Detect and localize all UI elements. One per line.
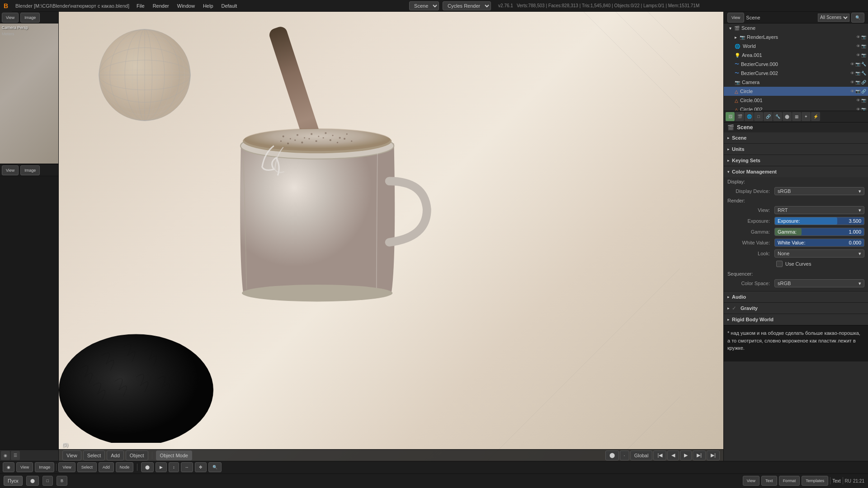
audio-section-header[interactable]: ▸ Audio	[724, 291, 868, 302]
prop-tab-material[interactable]: ⬤	[783, 112, 792, 121]
view-btn-img-bottom[interactable]: View	[2, 165, 19, 175]
bc0-cam[interactable]: 📷	[855, 62, 860, 66]
outliner-item-circle001[interactable]: △ Circle.001 👁 📷	[724, 96, 868, 105]
bottom-tool-1[interactable]: ◉	[3, 462, 14, 472]
bottom-select-2[interactable]: Select	[77, 462, 97, 472]
cam-lock[interactable]: 🔗	[861, 80, 866, 84]
bc0-eye[interactable]: 👁	[850, 62, 854, 66]
window-menu[interactable]: Window	[174, 2, 198, 9]
vp-dot-disp[interactable]: ·	[620, 450, 629, 460]
area-cam[interactable]: 📷	[861, 53, 866, 57]
prop-tab-world[interactable]: 🌐	[745, 112, 754, 121]
keying-section-header[interactable]: ▸ Keying Sets	[724, 155, 868, 166]
image-btn-bottom[interactable]: Image	[20, 165, 40, 175]
prop-tab-physics[interactable]: ⚡	[811, 112, 820, 121]
vp-sphere-disp[interactable]: ⬤	[605, 450, 619, 460]
bottom-node-2[interactable]: Node	[116, 462, 134, 472]
c002-eye[interactable]: 👁	[856, 107, 860, 111]
exposure-slider[interactable]: Exposure: 3.500	[774, 217, 864, 225]
prop-tab-scene[interactable]: 🎬	[735, 112, 744, 121]
units-section-header[interactable]: ▸ Units	[724, 144, 868, 155]
c001-cam[interactable]: 📷	[861, 98, 866, 103]
gamma-slider[interactable]: Gamma: 1.000	[774, 228, 864, 236]
c001-eye[interactable]: 👁	[856, 98, 860, 103]
vp-footer-add[interactable]: Add	[107, 450, 124, 460]
c002-cam[interactable]: 📷	[861, 107, 866, 111]
vp-footer-select[interactable]: Select	[83, 450, 105, 460]
outliner-item-beziercurve000[interactable]: 〜 BezierCurve.000 👁 📷 🔧	[724, 60, 868, 69]
use-curves-checkbox[interactable]	[776, 261, 783, 267]
bottom-view-1[interactable]: View	[16, 462, 33, 472]
outliner-item-beziercurve002[interactable]: 〜 BezierCurve.002 👁 📷 🔧	[724, 69, 868, 78]
engine-selector[interactable]: Cycles Render	[443, 1, 491, 10]
view-btn-img-top[interactable]: View	[2, 13, 19, 23]
bottom-icon-6[interactable]: 🔍	[208, 462, 222, 472]
help-menu[interactable]: Help	[199, 2, 217, 9]
scene-section-header[interactable]: ▸ Scene	[724, 132, 868, 143]
te-text-btn[interactable]: Text	[761, 476, 777, 486]
prop-tab-particle[interactable]: ✦	[802, 112, 811, 121]
outliner-item-camera[interactable]: 📷 Camera 👁 📷 🔗	[724, 78, 868, 87]
look-select[interactable]: None ▾	[774, 249, 864, 258]
te-templates-btn[interactable]: Templates	[802, 476, 828, 486]
outliner-item-scene[interactable]: ▾ 🎬 Scene	[724, 23, 868, 33]
area-eye[interactable]: 👁	[856, 53, 860, 57]
world-cam[interactable]: 📷	[861, 44, 866, 48]
vp-footer-view[interactable]: View	[62, 450, 81, 460]
bc2-cam[interactable]: 📷	[855, 71, 860, 75]
bottom-add-2[interactable]: Add	[99, 462, 114, 472]
circle-eye[interactable]: 👁	[850, 89, 854, 94]
tool-btn-2[interactable]: ☰	[11, 451, 20, 460]
bc0-lock[interactable]: 🔧	[861, 62, 866, 66]
circle-cam[interactable]: 📷	[855, 89, 860, 94]
status-icon-1[interactable]: ⬤	[26, 476, 39, 486]
render-menu[interactable]: Render	[149, 2, 173, 9]
bottom-image-1[interactable]: Image	[35, 462, 54, 472]
vp-global-mode[interactable]: Global	[630, 450, 653, 460]
vp-play-end[interactable]: ▶|	[707, 450, 720, 460]
status-icon-2[interactable]: □	[42, 476, 53, 486]
color-mgmt-header[interactable]: ▾ Color Management	[724, 166, 868, 177]
outliner-item-renderlayers[interactable]: ▸ 📷 RenderLayers 👁 📷	[724, 33, 868, 42]
rl-cam-btn[interactable]: 📷	[861, 35, 866, 39]
bc2-lock[interactable]: 🔧	[861, 71, 866, 75]
tool-btn-1[interactable]: ◉	[1, 451, 10, 460]
color-space-select[interactable]: sRGB ▾	[774, 279, 864, 287]
outliner-item-circle[interactable]: △ Circle 👁 📷 🔗	[724, 87, 868, 96]
gravity-section-header[interactable]: ▸ ✓ Gravity	[724, 303, 868, 314]
bottom-icon-1[interactable]: ⬤	[141, 462, 154, 472]
vp-footer-object[interactable]: Object	[126, 450, 148, 460]
outliner-item-area001[interactable]: 💡 Area.001 👁 📷	[724, 51, 868, 60]
te-view-btn[interactable]: View	[743, 476, 760, 486]
image-btn-top[interactable]: Image	[20, 13, 40, 23]
world-eye[interactable]: 👁	[856, 44, 860, 48]
circle-lock[interactable]: 🔗	[861, 89, 866, 94]
cam-cam[interactable]: 📷	[855, 80, 860, 84]
vp-play-btn[interactable]: ▶	[680, 450, 692, 460]
vp-play-start[interactable]: |◀	[653, 450, 666, 460]
default-layout[interactable]: Default	[218, 2, 241, 9]
vp-play-prev[interactable]: ◀	[667, 450, 679, 460]
prop-tab-constraint[interactable]: 🔗	[764, 112, 773, 121]
cam-eye[interactable]: 👁	[850, 80, 854, 84]
outliner-view-btn[interactable]: View	[727, 13, 744, 23]
white-value-slider[interactable]: White Value: 0.000	[774, 239, 864, 247]
outliner-item-world[interactable]: 🌐 World 👁 📷	[724, 42, 868, 51]
vp-play-next[interactable]: ▶|	[693, 450, 706, 460]
bottom-icon-2[interactable]: ▶	[156, 462, 167, 472]
te-format-btn[interactable]: Format	[779, 476, 800, 486]
status-icon-3[interactable]: B	[57, 476, 67, 486]
start-button[interactable]: Пуск	[4, 476, 23, 486]
rl-eye-btn[interactable]: 👁	[856, 35, 860, 39]
rigid-body-header[interactable]: ▸ Rigid Body World	[724, 314, 868, 325]
bottom-icon-5[interactable]: ✥	[195, 462, 207, 472]
display-device-select[interactable]: sRGB ▾	[774, 187, 864, 195]
prop-tab-object[interactable]: □	[754, 112, 763, 121]
bc2-eye[interactable]: 👁	[850, 71, 854, 75]
all-scenes-select[interactable]: All Scenes	[818, 14, 849, 22]
vp-footer-mode[interactable]: Object Mode	[156, 450, 192, 460]
outliner-search-btn[interactable]: 🔍	[851, 13, 864, 23]
bottom-icon-4[interactable]: ↔	[181, 462, 193, 472]
prop-tab-render[interactable]: 🖼	[726, 112, 735, 121]
bottom-icon-3[interactable]: ↕	[169, 462, 179, 472]
